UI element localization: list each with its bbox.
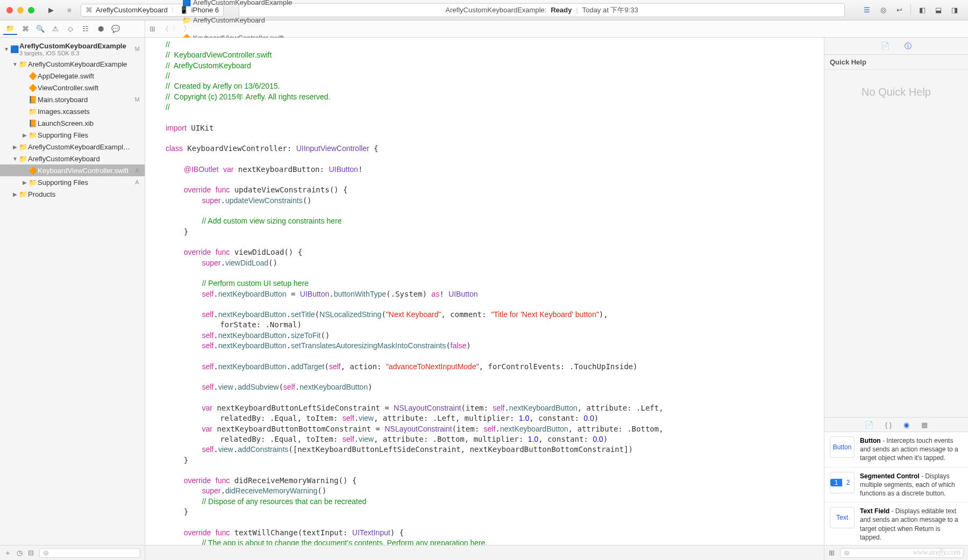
bottom-bar: ＋ ◷ ⊟ ⊜ ⊞ ⊜ — [0, 545, 968, 560]
quick-help-body: No Quick Help — [824, 70, 968, 417]
tree-row[interactable]: ▶📁Supporting FilesA — [0, 176, 145, 188]
library-tabs: 📄 { } ◉ ▦ — [824, 417, 968, 432]
disclosure-icon[interactable]: ▶ — [12, 144, 18, 150]
disclosure-icon[interactable]: ▶ — [12, 191, 18, 197]
disclosure-icon[interactable]: ▶ — [22, 180, 28, 185]
run-button[interactable]: ▶ — [44, 4, 58, 16]
folder-icon: 📁 — [182, 16, 191, 24]
quick-help-title: Quick Help — [824, 55, 968, 70]
object-library-icon[interactable]: ◉ — [903, 421, 909, 429]
recent-filter-icon[interactable]: ◷ — [17, 549, 23, 557]
navigator-filter-bar: ＋ ◷ ⊟ ⊜ — [0, 545, 145, 560]
assistant-editor-button[interactable]: ◎ — [876, 4, 890, 16]
secondary-toolbar: 📁 ⌘ 🔍 ⚠ ◇ ☷ ⬢ 💬 ⊞ 〈 〉 🟦AreflyCustomKeybo… — [0, 20, 968, 38]
tree-row[interactable]: ▶📁AreflyCustomKeyboardExampleTests — [0, 141, 145, 153]
titlebar: ▶ ■ ⌘ AreflyCustomKeyboard 〉 📱 iPhone 6 … — [0, 0, 968, 20]
disclosure-icon[interactable]: ▼ — [3, 46, 10, 52]
source-editor[interactable]: // // KeyboardViewController.swift // Ar… — [166, 38, 824, 545]
editor-gutter — [145, 38, 166, 545]
library-desc: Segmented Control - Displays multiple se… — [860, 472, 963, 498]
symbol-navigator-icon[interactable]: ⌘ — [18, 23, 32, 35]
toggle-inspector-button[interactable]: ◨ — [948, 4, 962, 16]
xib-icon: 📙 — [28, 119, 38, 127]
tree-row[interactable]: 🔶AppDelegate.swift — [0, 70, 145, 82]
tree-label: KeyboardViewController.swift — [38, 167, 133, 175]
tree-row[interactable]: 🔶KeyboardViewController.swiftA — [0, 164, 145, 176]
tree-row[interactable]: ▼📁AreflyCustomKeyboard — [0, 153, 145, 164]
status-app: AreflyCustomKeyboardExample: — [445, 6, 546, 14]
folder-icon: 📁 — [28, 107, 38, 116]
navigator-tabs: 📁 ⌘ 🔍 ⚠ ◇ ☷ ⬢ 💬 — [0, 20, 145, 37]
tree-label: AreflyCustomKeyboardExample3 targets, iO… — [19, 42, 133, 56]
forward-button[interactable]: 〉 — [172, 24, 179, 34]
grid-view-icon[interactable]: ⊞ — [829, 549, 835, 557]
filter-icon: ⊜ — [844, 549, 850, 557]
proj-icon: 🟦 — [10, 45, 19, 53]
media-library-icon[interactable]: ▦ — [921, 421, 928, 429]
tree-row[interactable]: ▼🟦AreflyCustomKeyboardExample3 targets, … — [0, 40, 145, 58]
tree-label: Products — [28, 190, 133, 198]
jumpbar-label: AreflyCustomKeyboard — [193, 16, 265, 24]
status-state: Ready — [551, 6, 572, 14]
disclosure-icon[interactable]: ▶ — [22, 132, 28, 138]
inspector-tabs: 📄 ⓘ — [824, 38, 968, 55]
tree-label: Supporting Files — [38, 131, 133, 139]
file-template-library-icon[interactable]: 📄 — [865, 421, 873, 429]
toggle-debug-button[interactable]: ⬓ — [931, 4, 945, 16]
swift-icon: 🔶 — [28, 167, 38, 175]
tree-row[interactable]: ▼📁AreflyCustomKeyboardExample — [0, 58, 145, 70]
stop-button[interactable]: ■ — [62, 4, 76, 16]
inspector-panel: 📄 ⓘ Quick Help No Quick Help 📄 { } ◉ ▦ B… — [824, 38, 968, 545]
issue-navigator-icon[interactable]: ⚠ — [48, 23, 62, 35]
scm-badge: M — [133, 46, 141, 52]
library-thumb: Text — [830, 507, 855, 528]
quick-help-icon[interactable]: ⓘ — [905, 41, 912, 51]
add-button[interactable]: ＋ — [4, 548, 11, 558]
code-snippet-library-icon[interactable]: { } — [885, 421, 892, 429]
library-item[interactable]: 12Segmented Control - Displays multiple … — [824, 468, 968, 503]
standard-editor-button[interactable]: ☰ — [860, 4, 874, 16]
tree-row[interactable]: ▶📁Products — [0, 188, 145, 200]
file-inspector-icon[interactable]: 📄 — [881, 42, 889, 50]
tree-row[interactable]: 📙Main.storyboardM — [0, 94, 145, 105]
back-button[interactable]: 〈 — [162, 24, 169, 34]
watermark: www.arefly.com — [913, 548, 960, 557]
jump-bar[interactable]: ⊞ 〈 〉 🟦AreflyCustomKeyboardExample〉📁Aref… — [145, 20, 968, 37]
folder-icon: 📁 — [18, 190, 28, 198]
minimize-button[interactable] — [17, 7, 24, 13]
library-item[interactable]: TextText Field - Displays editable text … — [824, 502, 968, 545]
tree-row[interactable]: 🔶ViewController.swift — [0, 82, 145, 94]
tree-row[interactable]: 📁Images.xcassets — [0, 105, 145, 117]
project-navigator-icon[interactable]: 📁 — [3, 23, 17, 35]
library-item[interactable]: ButtonButton - Intercepts touch events a… — [824, 432, 968, 468]
proj-icon: 🟦 — [182, 0, 191, 6]
debug-navigator-icon[interactable]: ☷ — [79, 23, 92, 35]
breakpoint-navigator-icon[interactable]: ⬢ — [94, 23, 108, 35]
close-button[interactable] — [6, 7, 13, 13]
tree-row[interactable]: 📙LaunchScreen.xib — [0, 117, 145, 129]
jumpbar-segment[interactable]: 📁AreflyCustomKeyboard — [182, 16, 292, 24]
test-navigator-icon[interactable]: ◇ — [63, 23, 77, 35]
object-library[interactable]: ButtonButton - Intercepts touch events a… — [824, 432, 968, 545]
jumpbar-segment[interactable]: 🟦AreflyCustomKeyboardExample — [182, 0, 292, 6]
version-editor-button[interactable]: ↩ — [892, 4, 906, 16]
swift-icon: 🔶 — [28, 72, 38, 80]
find-navigator-icon[interactable]: 🔍 — [33, 23, 47, 35]
navigator-filter-input[interactable]: ⊜ — [39, 548, 140, 558]
toggle-navigator-button[interactable]: ◧ — [915, 4, 929, 16]
scm-filter-icon[interactable]: ⊟ — [28, 549, 34, 557]
related-items-icon[interactable]: ⊞ — [150, 25, 155, 33]
xib-icon: 📙 — [28, 96, 38, 104]
project-navigator[interactable]: ▼🟦AreflyCustomKeyboardExample3 targets, … — [0, 38, 145, 545]
editor-mode-buttons: ☰ ◎ ↩ ◧ ⬓ ◨ — [860, 4, 962, 16]
report-navigator-icon[interactable]: 💬 — [109, 23, 123, 35]
library-desc: Text Field - Displays editable text and … — [860, 507, 963, 542]
disclosure-icon[interactable]: ▼ — [12, 156, 18, 162]
tree-label: LaunchScreen.xib — [38, 119, 133, 127]
tree-label: Images.xcassets — [38, 107, 133, 116]
disclosure-icon[interactable]: ▼ — [12, 61, 18, 67]
tree-row[interactable]: ▶📁Supporting Files — [0, 129, 145, 141]
tree-label: Supporting Files — [38, 178, 133, 186]
zoom-button[interactable] — [28, 7, 34, 13]
jumpbar-label: AreflyCustomKeyboardExample — [193, 0, 292, 6]
